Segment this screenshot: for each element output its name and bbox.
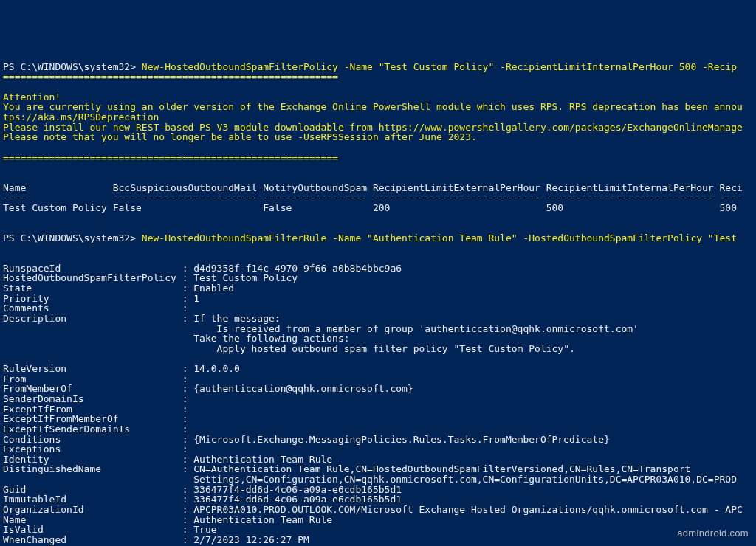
prop-description-l4: Apply hosted outbound spam filter policy…: [3, 343, 575, 354]
command-2: New-HostedOutboundSpamFilterRule -Name "…: [142, 232, 743, 243]
table-row: Test Custom Policy False False 200 500 5…: [3, 202, 737, 213]
prompt-2: PS C:\WINDOWS\system32>: [3, 232, 142, 243]
banner-separator-bottom: ========================================…: [3, 152, 338, 163]
watermark: admindroid.com: [677, 528, 749, 539]
terminal-output[interactable]: PS C:\WINDOWS\system32> New-HostedOutbou…: [0, 50, 756, 546]
banner-separator-top: ========================================…: [3, 71, 338, 82]
banner-line-5: Please note that you will no longer be a…: [3, 131, 477, 142]
